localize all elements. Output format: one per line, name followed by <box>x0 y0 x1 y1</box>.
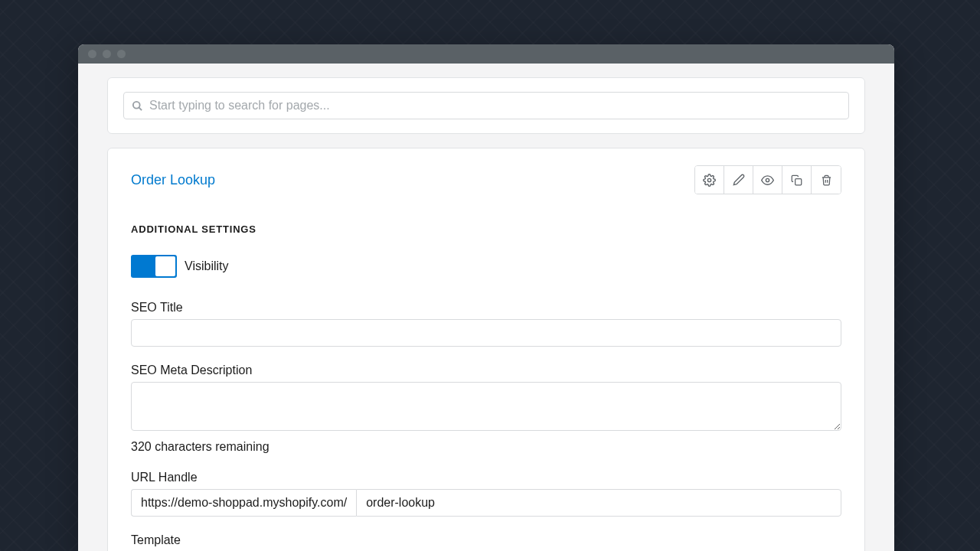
duplicate-button[interactable] <box>782 166 812 194</box>
pencil-icon <box>733 174 745 186</box>
section-heading: ADDITIONAL SETTINGS <box>131 223 841 235</box>
toggle-knob <box>155 256 175 276</box>
seo-meta-label: SEO Meta Description <box>131 364 841 377</box>
delete-button[interactable] <box>812 166 841 194</box>
url-handle-group: URL Handle https://demo-shoppad.myshopif… <box>131 471 841 517</box>
copy-icon <box>791 174 802 186</box>
svg-point-2 <box>707 178 710 181</box>
trash-icon <box>821 174 832 186</box>
page-title[interactable]: Order Lookup <box>131 172 215 188</box>
seo-title-label: SEO Title <box>131 301 841 315</box>
close-window-button[interactable] <box>88 50 96 58</box>
card-header: Order Lookup <box>131 165 841 194</box>
visibility-label: Visibility <box>185 259 229 273</box>
url-prefix: https://demo-shoppad.myshopify.com/ <box>131 489 356 517</box>
maximize-window-button[interactable] <box>117 50 126 58</box>
search-field-wrap <box>123 92 849 119</box>
svg-rect-4 <box>795 178 802 184</box>
template-group: Template page.details <box>131 533 841 551</box>
svg-point-3 <box>766 178 769 181</box>
search-icon <box>132 100 143 112</box>
seo-title-group: SEO Title <box>131 301 841 347</box>
window-titlebar <box>78 44 894 64</box>
gear-icon <box>703 174 716 187</box>
settings-button[interactable] <box>695 166 724 194</box>
app-window: Order Lookup <box>78 44 894 551</box>
seo-meta-input[interactable] <box>131 382 841 431</box>
svg-point-0 <box>133 101 140 108</box>
seo-meta-group: SEO Meta Description 320 characters rema… <box>131 364 841 454</box>
search-input[interactable] <box>143 99 841 112</box>
url-handle-label: URL Handle <box>131 471 841 484</box>
seo-meta-helper: 320 characters remaining <box>131 440 841 454</box>
svg-line-1 <box>139 107 142 110</box>
url-handle-row: https://demo-shoppad.myshopify.com/ <box>131 489 841 517</box>
visibility-row: Visibility <box>131 255 841 278</box>
view-button[interactable] <box>753 166 782 194</box>
template-label: Template <box>131 533 841 547</box>
edit-button[interactable] <box>724 166 753 194</box>
seo-title-input[interactable] <box>131 319 841 347</box>
action-button-group <box>694 165 841 194</box>
search-card <box>107 77 865 134</box>
visibility-toggle[interactable] <box>131 255 177 278</box>
eye-icon <box>761 174 774 187</box>
window-content: Order Lookup <box>78 77 894 551</box>
minimize-window-button[interactable] <box>103 50 111 58</box>
page-settings-card: Order Lookup <box>107 148 865 551</box>
url-handle-input[interactable] <box>356 489 841 517</box>
